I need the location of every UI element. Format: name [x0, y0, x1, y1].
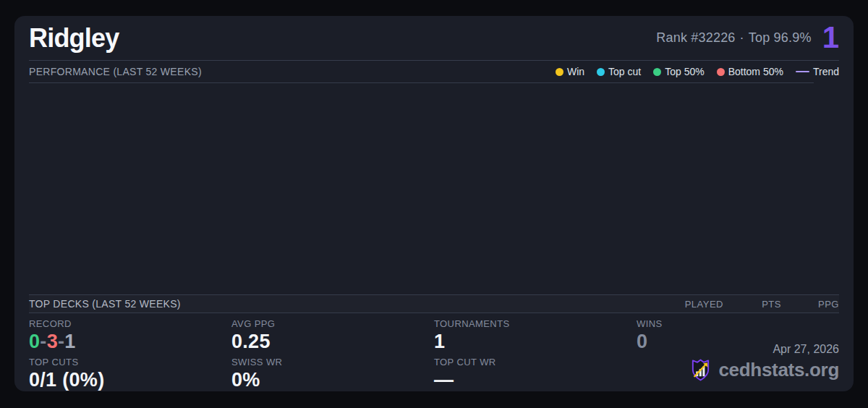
chart-legend: Win Top cut Top 50% Bottom 50% Trend: [556, 66, 839, 77]
top-percent-label: Top 96.9%: [749, 30, 812, 45]
stat-wins-label: WINS: [637, 318, 839, 329]
legend-item-top-cut: Top cut: [597, 66, 641, 77]
rank-label: Rank #32226: [656, 30, 735, 45]
legend-label-top-50: Top 50%: [665, 66, 704, 77]
top-50-dot-icon: [653, 68, 661, 76]
top-decks-section-title: TOP DECKS (LAST 52 WEEKS): [29, 298, 181, 310]
column-header-played: PLAYED: [665, 299, 723, 310]
performance-chart: [29, 83, 839, 294]
record-separator-1: -: [40, 331, 46, 352]
stat-avg-ppg-value: 0.25: [231, 331, 434, 353]
cedhstats-logo-icon: [689, 358, 712, 382]
record-losses: 3: [47, 331, 58, 352]
stat-top-cuts: TOP CUTS 0/1 (0%): [29, 357, 231, 393]
top-decks-section-header: TOP DECKS (LAST 52 WEEKS) PLAYED PTS PPG: [29, 294, 839, 313]
legend-item-trend: Trend: [796, 66, 839, 77]
stat-avg-ppg: AVG PPG 0.25: [231, 318, 434, 354]
record-separator-2: -: [58, 331, 64, 352]
stat-top-cut-wr-value: —: [434, 370, 637, 391]
rank-summary: Rank #32226·Top 96.9%: [656, 30, 811, 46]
stat-swiss-wr-value: 0%: [231, 370, 434, 391]
record-wins: 0: [29, 331, 40, 352]
stat-record-label: RECORD: [29, 318, 231, 329]
legend-label-top-cut: Top cut: [608, 66, 641, 77]
brand-link[interactable]: cedhstats.org: [689, 358, 839, 382]
column-header-pts: PTS: [723, 299, 781, 310]
win-dot-icon: [556, 68, 563, 76]
column-header-ppg: PPG: [781, 299, 839, 310]
stat-record: RECORD 0-3-1: [29, 318, 231, 354]
stat-avg-ppg-label: AVG PPG: [231, 318, 434, 329]
trend-line-icon: [796, 71, 809, 73]
snapshot-date: Apr 27, 2026: [689, 343, 839, 356]
legend-label-trend: Trend: [813, 66, 839, 77]
page-title: Ridgley: [29, 23, 119, 54]
stat-top-cuts-value: 0/1 (0%): [29, 370, 231, 391]
legend-label-bottom-50: Bottom 50%: [728, 66, 783, 77]
stat-tournaments-value: 1: [434, 331, 637, 353]
stat-top-cuts-label: TOP CUTS: [29, 357, 231, 367]
stat-record-value: 0-3-1: [29, 331, 231, 353]
performance-section-header: PERFORMANCE (LAST 52 WEEKS) Win Top cut …: [29, 61, 839, 82]
legend-label-win: Win: [567, 66, 584, 77]
stat-swiss-wr: SWISS WR 0%: [231, 357, 434, 393]
rank-number: 1: [822, 22, 839, 54]
record-draws: 1: [64, 331, 75, 352]
stat-top-cut-wr: TOP CUT WR —: [434, 357, 637, 393]
stat-top-cut-wr-label: TOP CUT WR: [434, 357, 637, 367]
bottom-50-dot-icon: [717, 68, 725, 76]
top-decks-column-headers: PLAYED PTS PPG: [665, 299, 839, 310]
stat-tournaments-label: TOURNAMENTS: [434, 318, 637, 329]
legend-item-top-50: Top 50%: [653, 66, 704, 77]
top-cut-dot-icon: [597, 68, 605, 76]
legend-item-win: Win: [556, 66, 584, 77]
legend-item-bottom-50: Bottom 50%: [717, 66, 783, 77]
card-footer: Apr 27, 2026 cedhstats.org: [689, 343, 839, 382]
brand-text: cedhstats.org: [718, 359, 839, 381]
stat-tournaments: TOURNAMENTS 1: [434, 318, 637, 354]
performance-section-title: PERFORMANCE (LAST 52 WEEKS): [29, 66, 202, 77]
rank-separator: ·: [740, 30, 744, 45]
card-header: Ridgley Rank #32226·Top 96.9% 1: [29, 16, 839, 61]
stat-swiss-wr-label: SWISS WR: [231, 357, 434, 367]
rank-block: Rank #32226·Top 96.9% 1: [656, 22, 839, 54]
player-stats-card: Ridgley Rank #32226·Top 96.9% 1 PERFORMA…: [14, 16, 854, 391]
